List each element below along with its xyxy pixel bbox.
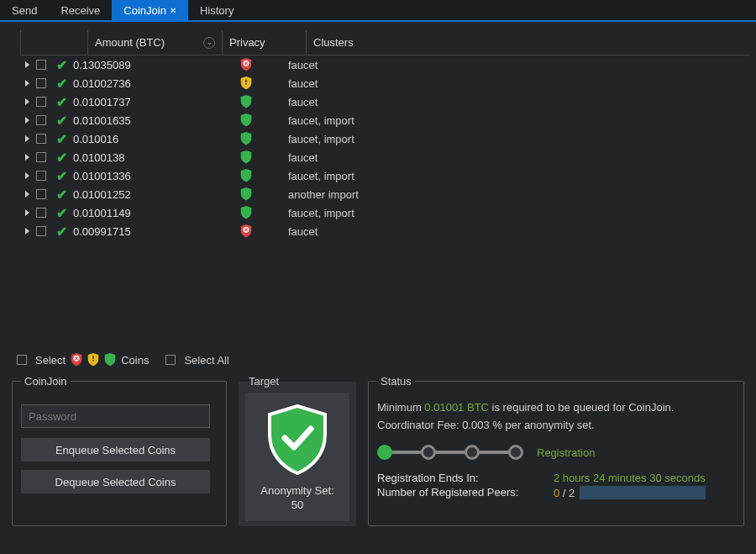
table-row[interactable]: ✔0.01001635faucet, import bbox=[20, 111, 749, 129]
table-row[interactable]: ✔0.01001149faucet, import bbox=[20, 203, 749, 222]
target-shield-wrap[interactable]: Anonymity Set: 50 bbox=[245, 393, 349, 521]
tab-label: CoinJoin bbox=[123, 4, 166, 17]
check-icon: ✔ bbox=[56, 150, 73, 166]
target-anon-label: Anonymity Set: 50 bbox=[260, 484, 333, 513]
row-clusters: another import bbox=[288, 188, 749, 201]
col-privacy-label: Privacy bbox=[229, 36, 265, 49]
chevron-right-icon[interactable] bbox=[25, 80, 29, 87]
enqueue-button[interactable]: Enqueue Selected Coins bbox=[21, 438, 210, 462]
target-panel: Target Anonymity Set: 50 bbox=[239, 375, 356, 526]
row-checkbox[interactable] bbox=[36, 226, 46, 236]
phase-dot-3 bbox=[465, 445, 480, 460]
phase-steps bbox=[377, 445, 523, 460]
chevron-right-icon[interactable] bbox=[25, 61, 29, 68]
table-row[interactable]: ✔0.13035089faucet bbox=[20, 55, 749, 74]
row-privacy bbox=[204, 132, 288, 145]
phase-bar-3 bbox=[480, 451, 508, 454]
col-clusters[interactable]: Clusters bbox=[306, 30, 749, 55]
svg-rect-1 bbox=[245, 79, 246, 82]
tab-send[interactable]: Send bbox=[0, 0, 49, 20]
phase-dot-1 bbox=[377, 445, 392, 460]
main-content: Amount (BTC) ⌄ Privacy Clusters ✔0.13035… bbox=[0, 22, 756, 538]
row-checkbox[interactable] bbox=[36, 189, 46, 199]
panels-row: CoinJoin Enqueue Selected Coins Dequeue … bbox=[12, 375, 744, 526]
close-icon[interactable]: ✕ bbox=[170, 6, 176, 15]
row-amount: 0.01001336 bbox=[73, 170, 204, 182]
shield-red-icon bbox=[240, 224, 252, 238]
filter-select-checkbox[interactable] bbox=[17, 355, 27, 365]
table-row[interactable]: ✔0.010016faucet, import bbox=[20, 129, 749, 148]
row-clusters: faucet, import bbox=[288, 133, 749, 145]
col-clusters-label: Clusters bbox=[313, 36, 354, 49]
row-checkbox[interactable] bbox=[36, 208, 46, 218]
row-checkbox[interactable] bbox=[36, 78, 46, 88]
row-privacy bbox=[204, 113, 288, 127]
table-row[interactable]: ✔0.01001336faucet, import bbox=[20, 166, 749, 185]
row-clusters: faucet bbox=[288, 151, 749, 164]
row-privacy bbox=[204, 169, 288, 182]
table-row[interactable]: ✔0.01002736faucet bbox=[20, 74, 749, 92]
check-icon: ✔ bbox=[56, 187, 73, 203]
table-row[interactable]: ✔0.0100138faucet bbox=[20, 148, 749, 166]
row-amount: 0.01002736 bbox=[73, 77, 204, 90]
dequeue-button[interactable]: Dequeue Selected Coins bbox=[21, 470, 210, 493]
row-clusters: faucet bbox=[288, 59, 749, 71]
col-amount[interactable]: Amount (BTC) ⌄ bbox=[87, 30, 222, 55]
row-amount: 0.13035089 bbox=[73, 59, 204, 71]
filter-selectall-label: Select All bbox=[184, 354, 228, 367]
status-peers: Number of Registered Peers: 0 / 2 bbox=[377, 486, 735, 499]
table-row[interactable]: ✔0.00991715faucet bbox=[20, 222, 749, 240]
row-privacy bbox=[204, 58, 288, 71]
svg-rect-5 bbox=[92, 356, 93, 358]
chevron-right-icon[interactable] bbox=[25, 172, 29, 179]
row-clusters: faucet, import bbox=[288, 170, 749, 182]
col-privacy[interactable]: Privacy bbox=[222, 30, 306, 55]
row-clusters: faucet, import bbox=[288, 207, 749, 219]
password-input[interactable] bbox=[21, 404, 210, 428]
table-row[interactable]: ✔0.01001737faucet bbox=[20, 92, 749, 111]
shield-red-icon[interactable] bbox=[71, 353, 82, 367]
status-ends-value: 2 hours 24 minutes 30 seconds bbox=[554, 472, 706, 484]
chevron-right-icon[interactable] bbox=[25, 98, 29, 105]
tab-coinjoin[interactable]: CoinJoin✕ bbox=[112, 0, 188, 20]
row-privacy bbox=[204, 224, 288, 238]
tab-bar: SendReceiveCoinJoin✕History bbox=[0, 0, 756, 22]
phase-dot-2 bbox=[421, 445, 436, 460]
row-checkbox[interactable] bbox=[36, 60, 46, 70]
status-ends-label: Registration Ends In: bbox=[377, 472, 554, 484]
chevron-right-icon[interactable] bbox=[25, 135, 29, 142]
phase-bar-1 bbox=[392, 451, 421, 454]
phase-dot-4 bbox=[508, 445, 523, 460]
row-amount: 0.010016 bbox=[73, 133, 204, 145]
row-checkbox[interactable] bbox=[36, 134, 46, 144]
shield-yellow-icon bbox=[240, 77, 252, 90]
row-checkbox[interactable] bbox=[36, 97, 46, 107]
chevron-right-icon[interactable] bbox=[25, 228, 29, 235]
tab-receive[interactable]: Receive bbox=[49, 0, 112, 20]
row-privacy bbox=[204, 187, 288, 201]
shield-green-icon bbox=[240, 95, 252, 108]
shield-green-icon bbox=[240, 132, 252, 145]
shield-green-icon[interactable] bbox=[104, 353, 116, 367]
tab-history[interactable]: History bbox=[188, 0, 245, 20]
chevron-right-icon[interactable] bbox=[25, 117, 29, 124]
row-checkbox[interactable] bbox=[36, 152, 46, 162]
chevron-right-icon[interactable] bbox=[25, 154, 29, 161]
row-amount: 0.00991715 bbox=[73, 225, 204, 238]
table-header: Amount (BTC) ⌄ Privacy Clusters bbox=[20, 30, 749, 55]
col-amount-label: Amount (BTC) bbox=[95, 36, 165, 49]
chevron-right-icon[interactable] bbox=[25, 209, 29, 216]
filter-selectall-checkbox[interactable] bbox=[165, 355, 176, 365]
svg-rect-2 bbox=[245, 83, 246, 84]
chevron-right-icon[interactable] bbox=[25, 191, 29, 198]
peers-progress-bar bbox=[580, 486, 706, 499]
tab-label: Receive bbox=[60, 4, 100, 17]
row-privacy bbox=[204, 206, 288, 219]
row-amount: 0.01001252 bbox=[73, 188, 204, 201]
row-privacy bbox=[204, 77, 288, 90]
row-checkbox[interactable] bbox=[36, 171, 46, 181]
table-row[interactable]: ✔0.01001252another import bbox=[20, 185, 749, 203]
shield-green-icon bbox=[240, 206, 252, 219]
shield-yellow-icon[interactable] bbox=[87, 353, 99, 367]
row-checkbox[interactable] bbox=[36, 115, 46, 125]
